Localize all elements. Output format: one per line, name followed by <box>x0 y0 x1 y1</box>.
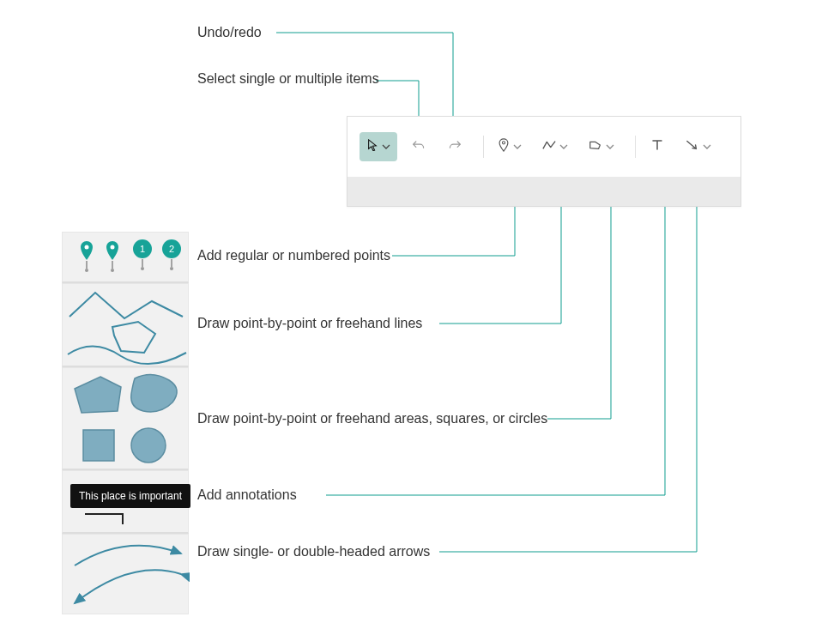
chevron-down-icon <box>606 142 614 151</box>
text-icon <box>651 139 663 154</box>
svg-point-14 <box>131 428 166 463</box>
label-annotations: Add annotations <box>197 487 297 503</box>
svg-point-6 <box>111 269 114 272</box>
annotation-tooltip: This place is important <box>70 484 190 508</box>
polygon-icon <box>589 139 602 154</box>
svg-point-0 <box>502 142 505 144</box>
chevron-down-icon <box>559 142 568 151</box>
label-undo-redo: Undo/redo <box>197 25 262 40</box>
select-button[interactable] <box>360 132 397 161</box>
label-points: Add regular or numbered points <box>197 248 390 263</box>
redo-button[interactable] <box>440 132 469 161</box>
toolbar-separator <box>635 136 636 158</box>
undo-button[interactable] <box>404 132 433 161</box>
redo-icon <box>448 139 462 154</box>
badge-number-1: 1 <box>140 244 145 254</box>
label-lines: Draw point-by-point or freehand lines <box>197 316 422 331</box>
point-button[interactable] <box>491 132 529 161</box>
svg-point-4 <box>111 245 115 250</box>
toolbar-row <box>347 117 740 177</box>
svg-point-3 <box>85 269 88 272</box>
chevron-down-icon <box>513 142 522 151</box>
text-button[interactable] <box>643 132 672 161</box>
line-button[interactable] <box>535 132 575 161</box>
example-card-lines <box>62 283 189 367</box>
cursor-icon <box>366 139 378 154</box>
label-areas: Draw point-by-point or freehand areas, s… <box>197 411 547 426</box>
arrow-button[interactable] <box>679 132 718 161</box>
svg-rect-13 <box>83 430 114 461</box>
pin-icon <box>498 138 510 155</box>
svg-point-9 <box>141 267 144 270</box>
svg-point-12 <box>170 267 173 270</box>
svg-point-1 <box>85 245 89 250</box>
label-select: Select single or multiple items <box>197 71 379 87</box>
label-arrows: Draw single- or double-headed arrows <box>197 544 430 559</box>
chevron-down-icon <box>703 142 711 151</box>
example-card-areas <box>62 367 189 470</box>
shape-button[interactable] <box>582 132 621 161</box>
polyline-icon <box>542 139 556 154</box>
example-card-arrows <box>62 534 189 614</box>
example-card-points: 1 2 <box>62 232 189 283</box>
arrow-icon <box>686 139 699 154</box>
undo-icon <box>412 139 426 154</box>
toolbar-separator <box>483 136 484 158</box>
toolbar <box>347 116 741 207</box>
chevron-down-icon <box>382 142 390 151</box>
badge-number-2: 2 <box>169 244 174 254</box>
toolbar-footer <box>347 177 740 206</box>
